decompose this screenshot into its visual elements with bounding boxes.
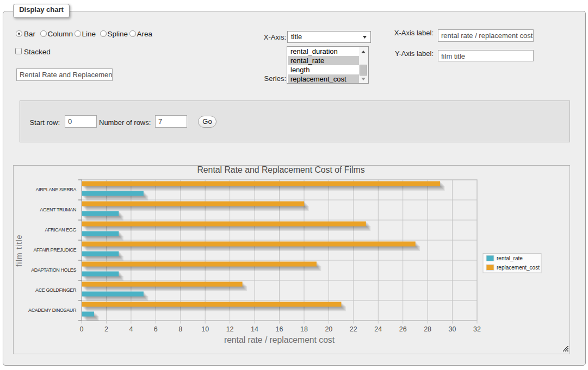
svg-text:rental rate / replacement cost: rental rate / replacement cost [224,335,335,344]
svg-text:AGENT TRUMAN: AGENT TRUMAN [40,207,76,212]
svg-text:AFFAIR PREJUDICE: AFFAIR PREJUDICE [33,247,76,253]
svg-text:12: 12 [226,325,234,333]
svg-text:ADAPTATION HOLES: ADAPTATION HOLES [31,267,76,273]
svg-text:16: 16 [276,325,283,333]
svg-text:ACADEMY DINOSAUR: ACADEMY DINOSAUR [28,308,77,313]
svg-text:Rental Rate and Replacement Co: Rental Rate and Replacement Cost of Film… [197,166,364,174]
svg-text:22: 22 [350,325,357,333]
svg-text:14: 14 [251,325,258,333]
svg-text:replacement_cost: replacement_cost [497,265,540,271]
svg-text:4: 4 [129,325,133,333]
svg-text:ACE GOLDFINGER: ACE GOLDFINGER [35,287,77,293]
svg-text:32: 32 [473,325,481,333]
svg-text:0: 0 [80,325,84,333]
svg-text:8: 8 [178,325,182,333]
svg-text:AIRPLANE SIERRA: AIRPLANE SIERRA [35,187,76,192]
svg-text:rental_rate: rental_rate [497,255,523,261]
svg-text:28: 28 [424,325,431,333]
svg-text:30: 30 [449,325,456,333]
svg-text:10: 10 [201,325,209,333]
svg-text:26: 26 [399,325,407,333]
svg-text:6: 6 [154,325,158,333]
svg-text:20: 20 [325,325,332,333]
svg-text:24: 24 [374,325,382,333]
svg-text:AFRICAN EGG: AFRICAN EGG [45,227,76,233]
svg-text:18: 18 [300,325,308,333]
svg-text:2: 2 [104,325,108,333]
svg-text:film title: film title [15,234,23,266]
